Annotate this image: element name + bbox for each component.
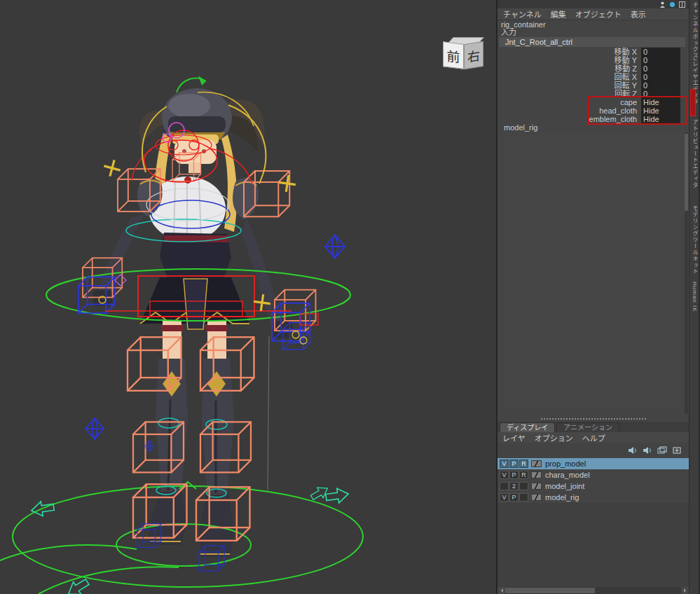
visibility-toggle[interactable] <box>500 482 509 490</box>
display-type-toggle[interactable]: R <box>519 471 528 479</box>
channel-attribute-row: 回転 X 0 <box>497 73 689 81</box>
channel-box-menubar: チャンネル 編集 オブジェクト 表示 <box>497 8 689 20</box>
channel-attribute-row: 回転 Z 0 <box>497 90 689 98</box>
layer-color-swatch[interactable] <box>531 483 542 490</box>
attribute-value-field[interactable]: 0 <box>641 73 680 81</box>
layer-editor-menubar: レイヤ オプション ヘルプ <box>497 432 689 443</box>
viewport-3d[interactable]: 前 右 <box>0 0 497 594</box>
layer-row-prop-model[interactable]: V P R prop_model <box>497 458 689 469</box>
node-header[interactable]: Jnt_C_Root_all_ctrl <box>499 37 685 47</box>
attribute-label[interactable]: cape <box>497 98 641 106</box>
menu-options[interactable]: オプション <box>535 432 573 443</box>
sphere-icon[interactable] <box>669 1 675 8</box>
menu-object[interactable]: オブジェクト <box>575 8 622 20</box>
maya-window: 前 右 チャンネル 編集 オブジェクト 表示 rig_container 入力 … <box>0 0 700 594</box>
attribute-label[interactable]: 回転 Z <box>497 90 641 98</box>
layer-row-chara-model[interactable]: V P R chara_model <box>497 469 689 481</box>
layer-editor-toolbar <box>497 443 689 458</box>
attribute-label[interactable]: emblem_cloth <box>497 115 641 123</box>
panel-topbar <box>497 0 689 8</box>
display-type-toggle[interactable] <box>519 493 528 502</box>
channel-attribute-row: 移動 Y 0 <box>497 56 689 64</box>
attribute-value-field[interactable]: 0 <box>641 64 680 73</box>
horizontal-scrollbar-thumb[interactable] <box>505 588 595 593</box>
attribute-value-field[interactable]: Hide <box>641 115 680 123</box>
layer-action-icon-1[interactable] <box>628 446 638 455</box>
attribute-value-field[interactable]: 0 <box>641 81 680 90</box>
tab-animation[interactable]: アニメーション <box>556 422 619 432</box>
attribute-value-field[interactable]: 0 <box>641 90 680 98</box>
attribute-label[interactable]: head_cloth <box>497 106 641 115</box>
red-strip-marker <box>690 89 696 116</box>
display-type-toggle[interactable] <box>519 482 528 490</box>
person-icon[interactable] <box>659 1 666 8</box>
layer-list-empty-area <box>497 503 689 587</box>
layer-row-model-rig[interactable]: V P model_rig <box>497 492 689 503</box>
menu-edit[interactable]: 編集 <box>551 8 566 20</box>
visibility-toggle[interactable]: V <box>500 460 509 468</box>
visibility-toggle[interactable]: V <box>500 471 509 479</box>
layer-row-model-joint[interactable]: 2 model_joint <box>497 481 689 492</box>
panel-splitter[interactable] <box>497 415 689 422</box>
attribute-value-field[interactable]: Hide <box>641 106 680 115</box>
channel-box-panel: チャンネル 編集 オブジェクト 表示 rig_container 入力 Jnt_… <box>497 0 689 594</box>
menu-channels[interactable]: チャンネル <box>503 8 542 20</box>
scroll-left-arrow-icon[interactable] <box>497 587 505 594</box>
menu-help[interactable]: ヘルプ <box>582 432 605 443</box>
channel-attribute-row: cape Hide <box>497 98 689 106</box>
attribute-label[interactable]: 移動 Y <box>497 56 641 64</box>
layer-list: V P R prop_model V P R chara_model 2 mod… <box>497 458 689 503</box>
playback-toggle[interactable]: P <box>509 471 519 479</box>
horizontal-scrollbar[interactable] <box>497 587 689 594</box>
attribute-label[interactable]: 移動 X <box>497 48 641 56</box>
output-node-label[interactable]: model_rig <box>497 123 689 132</box>
view-cube-right-face[interactable]: 右 <box>464 41 483 69</box>
attribute-label[interactable]: 移動 Z <box>497 64 641 73</box>
vertical-scrollbar[interactable] <box>685 132 688 414</box>
splitter-grip <box>541 418 646 420</box>
attribute-label[interactable]: 回転 Y <box>497 81 641 90</box>
layer-name[interactable]: model_rig <box>545 492 579 503</box>
playback-toggle[interactable]: P <box>509 493 519 502</box>
channel-attribute-row: emblem_cloth Hide <box>497 115 689 123</box>
vertical-scrollbar-thumb[interactable] <box>685 134 688 211</box>
tab-display[interactable]: ディスプレイ <box>500 422 555 432</box>
layer-color-swatch[interactable] <box>531 494 542 501</box>
menu-show[interactable]: 表示 <box>631 8 646 20</box>
layer-editor-tabs: ディスプレイ アニメーション <box>497 422 689 432</box>
layer-action-icon-2[interactable] <box>643 446 652 455</box>
playback-toggle[interactable]: P <box>509 460 519 468</box>
attribute-value-field[interactable]: Hide <box>641 98 680 106</box>
layer-name[interactable]: prop_model <box>545 459 586 469</box>
layer-name[interactable]: chara_model <box>545 470 590 481</box>
playback-toggle[interactable]: 2 <box>509 482 519 490</box>
channel-attribute-row: 移動 Z 0 <box>497 64 689 73</box>
tab-human-ik[interactable]: Human IK <box>691 282 698 312</box>
tab-modeling-toolkit[interactable]: モデリングツールキット <box>691 205 698 275</box>
channel-attribute-row: 移動 X 0 <box>497 48 689 56</box>
layer-color-swatch[interactable] <box>531 460 542 467</box>
channel-attribute-row: 回転 Y 0 <box>497 81 689 90</box>
channel-box-empty-area <box>497 132 689 415</box>
tab-attribute-editor[interactable]: アトリビュートエディタ <box>691 119 698 188</box>
layer-name[interactable]: model_joint <box>545 481 584 492</box>
container-label: rig_container <box>497 20 689 29</box>
attribute-value-field[interactable]: 0 <box>641 48 680 56</box>
inputs-section-label[interactable]: 入力 <box>497 29 689 36</box>
menu-layers[interactable]: レイヤ <box>502 432 526 443</box>
channel-attribute-row: head_cloth Hide <box>497 106 689 115</box>
view-cube-front-face[interactable]: 前 <box>443 41 464 69</box>
new-layer-from-selected-icon[interactable] <box>657 446 667 455</box>
attribute-label[interactable]: 回転 X <box>497 73 641 81</box>
scene-character-rig <box>0 0 497 594</box>
right-dock-tab-strip: チャンネルボックス/レイヤエディタ アトリビュートエディタ モデリングツールキッ… <box>689 0 699 594</box>
layer-color-swatch[interactable] <box>531 471 542 478</box>
scroll-right-arrow-icon[interactable] <box>681 587 689 594</box>
attribute-value-field[interactable]: 0 <box>641 56 680 64</box>
grid-icon[interactable] <box>679 1 685 8</box>
view-cube[interactable]: 前 右 <box>443 36 486 73</box>
new-empty-layer-icon[interactable] <box>672 446 682 455</box>
visibility-toggle[interactable]: V <box>500 493 509 502</box>
display-type-toggle[interactable]: R <box>519 460 528 468</box>
